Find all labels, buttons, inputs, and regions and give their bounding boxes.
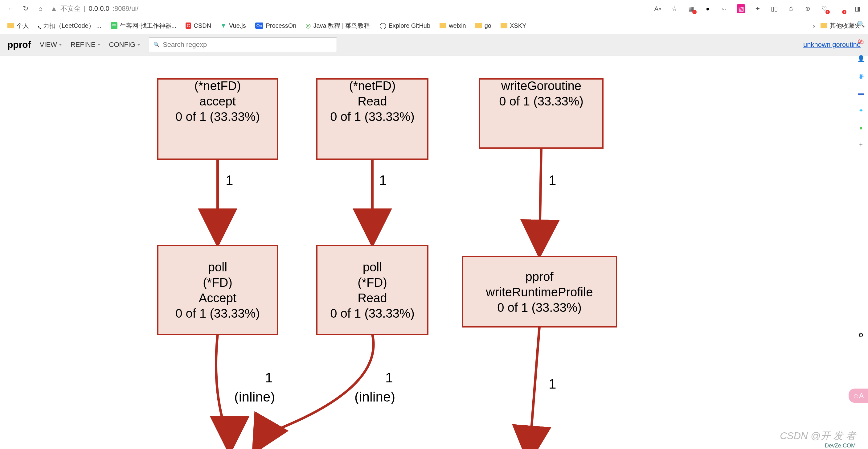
url-host: 0.0.0.0 <box>89 5 110 13</box>
node-label: writeRuntimeProfile <box>486 285 593 299</box>
graph-canvas[interactable]: 1111(inline)1(inline)1(*netFD)accept0 of… <box>0 56 868 449</box>
search-icon: 🔍 <box>154 42 160 48</box>
node-label: 0 of 1 (33.33%) <box>330 110 414 123</box>
edge-sublabel: (inline) <box>234 389 275 404</box>
graph-edge[interactable] <box>216 334 230 449</box>
node-label: Accept <box>199 291 237 305</box>
extension-icons: A» ☆ ▦6 ● ▫▫ ▧ ✦ ▯▯ ✩ ⊕ ♡! ⋯1 ◨ <box>653 4 862 13</box>
node-label: poll <box>363 260 382 274</box>
watermark: CSDN @开 发 者 <box>780 429 856 443</box>
bookmark-item[interactable]: OnProcessOn <box>253 21 299 31</box>
node-label: Read <box>358 291 387 305</box>
extensions-icon[interactable]: ✦ <box>753 4 762 13</box>
read-aloud-icon[interactable]: A» <box>653 4 662 13</box>
node-label: 0 of 1 (33.33%) <box>497 301 582 314</box>
node-label: (*netFD) <box>194 79 241 92</box>
favorites-star-icon[interactable]: ✩ <box>786 4 795 13</box>
edge-sublabel: (inline) <box>354 389 395 404</box>
pprof-menu-config[interactable]: CONFIG <box>109 41 141 49</box>
bookmark-item[interactable]: ◟力扣（LeetCode） ... <box>36 20 103 31</box>
node-label: 0 of 1 (33.33%) <box>176 306 260 320</box>
node-label: 0 of 1 (33.33%) <box>330 306 414 320</box>
side-green-icon[interactable]: ● <box>857 123 865 132</box>
edge-label: 1 <box>379 173 386 188</box>
bookmark-item[interactable]: 牛牛客网-找工作神器... <box>109 20 178 31</box>
side-office-icon[interactable]: ▬ <box>857 89 865 97</box>
collections-icon[interactable]: ⊕ <box>803 4 812 13</box>
more-icon[interactable]: ⋯1 <box>837 4 845 13</box>
node-label: 0 of 1 (33.33%) <box>176 110 260 123</box>
browser-nav-bar: ← ↻ ⌂ ▲ 不安全 | 0.0.0.0:8089/ui/ A» ☆ ▦6 ●… <box>0 0 868 17</box>
security-label: 不安全 <box>60 4 81 13</box>
sidebar-icon[interactable]: ◨ <box>853 4 862 13</box>
node-label: Read <box>358 94 387 108</box>
favorite-icon[interactable]: ☆ <box>670 4 679 13</box>
node-label: (*FD) <box>203 276 232 289</box>
node-label: (*FD) <box>358 276 387 289</box>
watermark-sub: DevZe.COM <box>825 443 856 449</box>
split-icon[interactable]: ▯▯ <box>770 4 779 13</box>
node-label: writeGoroutine <box>501 79 581 92</box>
bookmark-item[interactable]: ◯Explore GitHub <box>378 21 432 31</box>
search-input[interactable] <box>163 41 332 49</box>
bookmark-item[interactable]: 个人 <box>5 20 31 31</box>
ext-pink-icon[interactable]: ▧ <box>737 4 745 13</box>
ext-qr-icon[interactable]: ▫▫ <box>720 4 729 13</box>
edge-label: 1 <box>549 376 556 391</box>
url-path: :8089/ui/ <box>113 5 138 13</box>
node-label: accept <box>199 94 236 108</box>
home-button[interactable]: ⌂ <box>36 4 45 13</box>
pprof-menu-view[interactable]: VIEW <box>40 41 62 49</box>
heart-icon[interactable]: ♡! <box>820 4 829 13</box>
side-bird-icon[interactable]: ✦ <box>857 106 865 115</box>
node-label: pprof <box>525 270 554 283</box>
edge-label: 1 <box>385 370 393 385</box>
back-button[interactable]: ← <box>6 4 16 13</box>
ext-circle-icon[interactable]: ● <box>704 4 712 13</box>
edge-label: 1 <box>549 173 556 188</box>
node-label: 0 of 1 (33.33%) <box>499 94 584 108</box>
edge-sidebar: 🔍 🛍 👤 ◉ ▬ ✦ ● + ⚙ <box>854 17 868 339</box>
bookmark-item[interactable]: go <box>473 21 493 31</box>
pprof-logo: pprof <box>7 39 31 50</box>
graph-node[interactable] <box>317 245 428 334</box>
edge-label: 1 <box>265 370 273 385</box>
graph-edge[interactable] <box>539 148 541 254</box>
graph-node[interactable] <box>158 245 277 334</box>
edge-label: 1 <box>226 173 233 188</box>
bookmarks-chevron-icon[interactable]: › <box>813 22 815 29</box>
bookmark-item[interactable]: ▼Vue.js <box>219 21 248 31</box>
side-settings-icon[interactable]: ⚙ <box>857 331 865 339</box>
bookmarks-bar: 个人◟力扣（LeetCode） ...牛牛客网-找工作神器...CCSDN▼Vu… <box>0 17 868 34</box>
ext-blocks-icon[interactable]: ▦6 <box>687 4 695 13</box>
refresh-button[interactable]: ↻ <box>21 4 30 13</box>
bookmark-item[interactable]: ◎Java 教程 | 菜鸟教程 <box>304 20 372 31</box>
call-graph[interactable]: 1111(inline)1(inline)1(*netFD)accept0 of… <box>0 56 868 449</box>
side-person-icon[interactable]: 👤 <box>857 54 865 63</box>
pprof-menu-refine[interactable]: REFINE <box>70 41 100 49</box>
folder-icon <box>820 23 827 28</box>
bookmark-item[interactable]: weixin <box>438 21 468 31</box>
node-label: (*netFD) <box>349 79 396 92</box>
bookmark-item[interactable]: XSKY <box>499 21 528 31</box>
side-search-icon[interactable]: 🔍 <box>857 20 865 28</box>
node-label: poll <box>208 260 227 274</box>
profile-link[interactable]: unknown goroutine <box>803 41 861 49</box>
side-plus-icon[interactable]: + <box>857 141 865 149</box>
bookmark-item[interactable]: CCSDN <box>184 21 213 31</box>
side-shop-icon[interactable]: 🛍 <box>857 37 865 46</box>
search-box[interactable]: 🔍 <box>149 37 337 52</box>
insecure-icon: ▲ <box>51 5 57 13</box>
graph-edge[interactable] <box>529 327 539 449</box>
pprof-toolbar: pprof VIEWREFINECONFIG 🔍 unknown gorouti… <box>0 34 868 56</box>
float-badge[interactable]: ☆A <box>848 389 868 403</box>
side-blue-icon[interactable]: ◉ <box>857 71 865 80</box>
address-bar[interactable]: ▲ 不安全 | 0.0.0.0:8089/ui/ <box>51 4 138 13</box>
